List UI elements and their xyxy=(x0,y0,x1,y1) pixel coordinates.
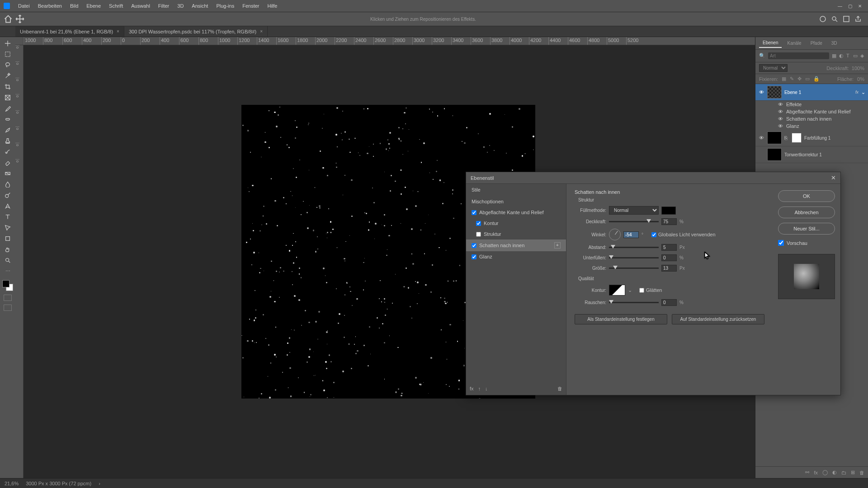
noise-slider[interactable] xyxy=(609,302,659,303)
search-icon[interactable] xyxy=(831,15,838,23)
layer-row-2[interactable]: 👁 ⎘ Farbfüllung 1 xyxy=(755,130,868,146)
visibility-icon[interactable]: 👁 xyxy=(777,123,783,129)
menu-filter[interactable]: Filter xyxy=(155,1,173,10)
document-info[interactable]: 3000 Px x 3000 Px (72 ppcm) xyxy=(26,481,91,486)
add-effect-icon[interactable]: + xyxy=(554,242,561,249)
layer-row-1[interactable]: 👁 Ebene 1 fx ⌄ xyxy=(755,84,868,101)
size-slider[interactable] xyxy=(609,267,659,269)
new-style-button[interactable]: Neuer Stil... xyxy=(778,223,835,235)
style-contour[interactable]: Kontur xyxy=(466,218,566,229)
menu-3d[interactable]: 3D xyxy=(174,1,187,10)
choke-input[interactable] xyxy=(661,254,677,261)
effect-satin[interactable]: 👁 Glanz xyxy=(755,122,868,130)
style-checkbox[interactable] xyxy=(472,210,476,215)
chevron-right-icon[interactable]: › xyxy=(99,481,100,486)
move-up-icon[interactable]: ↑ xyxy=(478,386,481,391)
delete-layer-icon[interactable]: 🗑 xyxy=(859,470,864,475)
lock-transparency-icon[interactable]: ▦ xyxy=(782,76,786,82)
dialog-titlebar[interactable]: Ebenenstil ✕ xyxy=(466,172,840,184)
layer-name[interactable]: Ebene 1 xyxy=(784,90,853,95)
pen-tool[interactable] xyxy=(2,202,13,211)
opacity-input[interactable] xyxy=(661,218,677,225)
adjustment-icon[interactable]: ◐ xyxy=(832,469,837,475)
edit-toolbar[interactable]: ⋯ xyxy=(2,267,13,276)
effects-header[interactable]: 👁 Effekte xyxy=(755,101,868,108)
layer-row-3[interactable]: Tonwertkorrektur 1 xyxy=(755,146,868,163)
filter-shape-icon[interactable]: ▭ xyxy=(853,53,858,59)
distance-slider[interactable] xyxy=(609,247,659,248)
layer-filter-input[interactable] xyxy=(768,52,829,59)
workspace-icon[interactable] xyxy=(843,15,850,23)
menu-type[interactable]: Schrift xyxy=(105,1,127,10)
choke-slider[interactable] xyxy=(609,257,659,258)
chevron-down-icon[interactable]: ⌄ xyxy=(861,89,865,95)
preview-checkbox[interactable]: Vorschau xyxy=(778,240,835,246)
effect-bevel[interactable]: 👁 Abgeflachte Kante und Relief xyxy=(755,108,868,115)
make-default-button[interactable]: Als Standardeinstellung festlegen xyxy=(575,314,667,324)
menu-edit[interactable]: Bearbeiten xyxy=(34,1,66,10)
lock-artboard-icon[interactable]: ▭ xyxy=(805,76,810,82)
blur-tool[interactable] xyxy=(2,180,13,189)
style-checkbox[interactable] xyxy=(472,243,476,248)
menu-layer[interactable]: Ebene xyxy=(83,1,104,10)
distance-input[interactable] xyxy=(661,244,677,251)
filter-type-icon[interactable]: T xyxy=(846,53,850,59)
group-icon[interactable]: 🗀 xyxy=(841,470,846,475)
fx-badge[interactable]: fx xyxy=(855,90,859,94)
brush-tool[interactable] xyxy=(2,126,13,135)
menu-select[interactable]: Auswahl xyxy=(127,1,154,10)
layer-thumb[interactable] xyxy=(767,86,782,99)
link-layers-icon[interactable]: ⚯ xyxy=(805,469,809,475)
blend-mode-select[interactable]: Normal xyxy=(759,64,788,72)
heal-tool[interactable] xyxy=(2,115,13,124)
angle-dial[interactable] xyxy=(609,229,621,240)
layer-name[interactable]: Farbfüllung 1 xyxy=(804,136,865,141)
share-icon[interactable] xyxy=(854,15,862,23)
shadow-color-swatch[interactable] xyxy=(661,206,676,215)
move-down-icon[interactable]: ↓ xyxy=(485,386,488,391)
fx-menu-icon[interactable]: fx xyxy=(470,386,474,391)
visibility-icon[interactable]: 👁 xyxy=(758,89,764,95)
filter-smart-icon[interactable]: ◈ xyxy=(860,53,864,59)
zoom-level[interactable]: 21,6% xyxy=(5,481,19,486)
style-checkbox[interactable] xyxy=(476,232,481,237)
noise-input[interactable] xyxy=(661,299,677,306)
type-tool[interactable] xyxy=(2,212,13,221)
visibility-icon[interactable]: 👁 xyxy=(758,135,764,141)
filter-pixel-icon[interactable]: ▦ xyxy=(832,53,836,59)
style-bevel[interactable]: Abgeflachte Kante und Relief xyxy=(466,207,566,218)
global-light-checkbox[interactable]: Globales Licht verwenden xyxy=(651,232,716,237)
screenmode-icon[interactable] xyxy=(4,305,12,311)
trash-icon[interactable]: 🗑 xyxy=(557,386,562,391)
layer-mask-icon[interactable]: ◯ xyxy=(822,469,828,475)
path-tool[interactable] xyxy=(2,223,13,232)
layer-thumb[interactable] xyxy=(767,148,782,161)
style-texture[interactable]: Struktur xyxy=(466,229,566,239)
link-icon[interactable]: ⎘ xyxy=(784,135,789,141)
fillmode-select[interactable]: Normal xyxy=(609,206,659,215)
menu-window[interactable]: Fenster xyxy=(239,1,263,10)
opacity-value[interactable]: 100% xyxy=(852,66,864,71)
eyedropper-tool[interactable] xyxy=(2,104,13,113)
visibility-icon[interactable]: 👁 xyxy=(777,116,783,122)
document-tab-1[interactable]: Unbenannt-1 bei 21,6% (Ebene 1, RGB/8) × xyxy=(15,26,124,37)
lock-pixels-icon[interactable]: ✎ xyxy=(790,76,794,82)
marquee-tool[interactable] xyxy=(2,50,13,59)
dodge-tool[interactable] xyxy=(2,191,13,200)
style-checkbox[interactable] xyxy=(476,221,481,226)
crop-tool[interactable] xyxy=(2,82,13,91)
color-swatches[interactable] xyxy=(2,280,13,291)
reset-default-button[interactable]: Auf Standardeinstellung zurücksetzen xyxy=(672,314,764,324)
shape-tool[interactable] xyxy=(2,234,13,243)
layer-thumb[interactable] xyxy=(767,131,782,144)
mask-thumb[interactable] xyxy=(792,133,802,143)
contour-dropdown-icon[interactable]: ⌄ xyxy=(628,287,632,293)
stamp-tool[interactable] xyxy=(2,136,13,145)
ok-button[interactable]: OK xyxy=(778,190,835,202)
cloud-icon[interactable] xyxy=(819,15,826,23)
blend-options-item[interactable]: Mischoptionen xyxy=(466,196,566,207)
window-close[interactable]: ✕ xyxy=(855,4,864,9)
style-checkbox[interactable] xyxy=(472,254,476,259)
contour-picker[interactable] xyxy=(609,285,625,296)
size-input[interactable] xyxy=(661,265,677,272)
